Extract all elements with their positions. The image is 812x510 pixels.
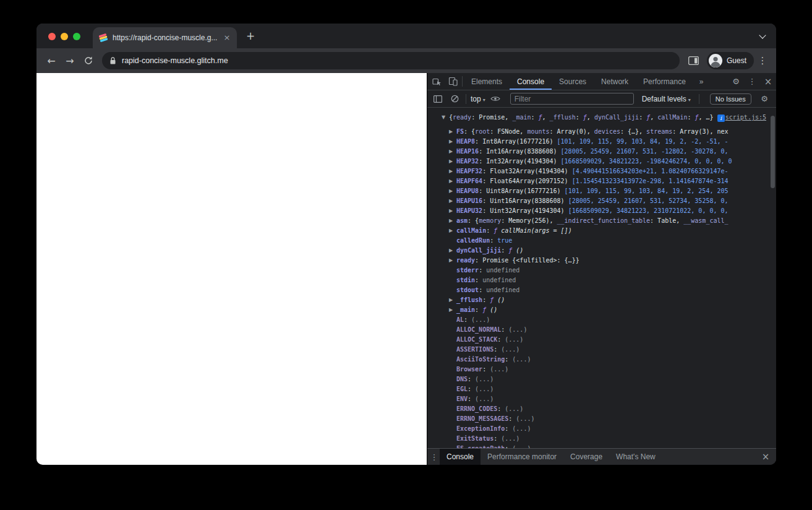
console-token: , [650,114,657,121]
browser-menu-icon[interactable]: ⋮ [755,53,770,68]
lock-icon[interactable] [109,56,116,65]
console-row: AsciiToString: (...) [427,355,769,365]
new-tab-button[interactable]: + [243,28,258,43]
drawer-tab-performance-monitor[interactable]: Performance monitor [481,449,563,465]
collapse-triangle-icon[interactable]: ▼ [442,113,449,123]
console-row[interactable]: ▶HEAPU8: Uint8Array(16777216) [101, 109,… [427,186,769,196]
tab-search-chevron-icon[interactable] [759,32,766,38]
console-token[interactable]: (...) [508,326,527,333]
console-token[interactable]: (...) [490,366,508,373]
drawer-close-icon[interactable]: × [759,451,772,462]
profile-button[interactable]: Guest [707,52,754,69]
expand-triangle-icon[interactable]: ▶ [449,216,456,226]
drawer-tab-console[interactable]: Console [440,449,481,465]
console-row[interactable]: ▶callMain: ƒ callMain(args = []) [427,226,769,236]
console-row[interactable]: ▶HEAP16: Int16Array(8388608) [28005, 254… [427,147,769,157]
filter-input[interactable] [510,93,634,105]
console-token[interactable]: (...) [471,316,490,323]
drawer-menu-icon[interactable]: ⋮ [429,452,440,462]
expand-triangle-icon[interactable]: ▶ [449,186,456,196]
console-row[interactable]: ▶ready: Promise {<fulfilled>: {…}} [427,256,769,266]
console-row[interactable]: ▶HEAPU16: Uint16Array(8388608) [28005, 2… [427,196,769,206]
expand-triangle-icon[interactable]: ▶ [449,295,456,305]
expand-triangle-icon[interactable]: ▶ [449,157,456,166]
console-row[interactable]: ▶asm: {memory: Memory(256), __indirect_f… [427,216,769,226]
console-token[interactable]: (...) [512,356,531,363]
devtools-tab-performance[interactable]: Performance [636,73,693,90]
live-expression-eye-icon[interactable] [489,93,502,105]
devtools-tab-network[interactable]: Network [594,73,636,90]
console-source-link[interactable]: script.js:5 [725,113,766,123]
expand-triangle-icon[interactable]: ▶ [449,127,456,137]
traffic-light-close[interactable] [48,33,56,40]
console-token[interactable]: (...) [516,415,534,422]
expand-triangle-icon[interactable]: ▶ [449,176,456,186]
console-row[interactable]: ▶HEAPF32: Float32Array(4194304) [4.49044… [427,166,769,176]
no-issues-badge[interactable]: No Issues [710,93,751,105]
console-token: [1668509029, 34821223, 2310721022, 0, 0,… [568,207,729,214]
console-row[interactable]: ▶_main: ƒ () [427,305,769,315]
console-token: HEAPU32 [456,207,482,214]
console-row[interactable]: ▶dynCall_jiji: ƒ () [427,246,769,256]
expand-triangle-icon[interactable]: ▶ [449,305,456,315]
console-token[interactable]: (...) [475,376,494,382]
device-toolbar-icon[interactable] [445,73,461,90]
context-selector[interactable]: top▾ [471,95,485,103]
expand-triangle-icon[interactable]: ▶ [449,137,456,147]
devtools-close-icon[interactable]: × [760,76,776,87]
console-token: : [497,405,505,412]
devtools-menu-icon[interactable]: ⋮ [744,77,760,86]
console-row: AL: (...) [427,315,769,325]
console-token[interactable]: (...) [475,386,494,392]
console-token[interactable]: (...) [475,395,494,402]
console-token: ExceptionInfo [456,425,505,432]
traffic-light-minimize[interactable] [61,33,68,40]
console-sidebar-icon[interactable] [431,93,445,105]
inspect-element-icon[interactable] [429,73,445,90]
console-row[interactable]: ▶HEAP32: Int32Array(4194304) [1668509029… [427,157,769,166]
console-row[interactable]: ▶_fflush: ƒ () [427,295,769,305]
side-panel-icon[interactable] [685,52,703,69]
traffic-light-zoom[interactable] [73,33,80,40]
expand-triangle-icon[interactable]: ▶ [449,256,456,266]
devtools-settings-gear-icon[interactable]: ⚙ [728,77,744,86]
console-token[interactable]: (...) [505,336,523,343]
console-token[interactable]: (...) [505,405,523,412]
expand-triangle-icon[interactable]: ▶ [449,246,456,256]
expand-triangle-icon[interactable]: ▶ [449,166,456,176]
console-token[interactable]: (...) [512,445,531,448]
log-levels-dropdown[interactable]: Default levels▾ [642,95,691,103]
clear-console-icon[interactable] [448,93,461,105]
expand-triangle-icon[interactable]: ▶ [449,196,456,206]
expand-triangle-icon[interactable]: ▶ [449,147,456,157]
console-token[interactable]: (...) [501,435,519,442]
forward-button[interactable]: → [61,52,79,69]
devtools-tab-sources[interactable]: Sources [552,73,594,90]
console-row[interactable]: ▶HEAP8: Int8Array(16777216) [101, 109, 1… [427,137,769,147]
address-bar[interactable]: rapid-concise-muscle.glitch.me [102,52,680,69]
console-scrollbar-thumb[interactable] [771,116,775,188]
page-content [36,73,427,465]
more-tabs-icon[interactable]: » [693,73,710,90]
drawer-tab-whats-new[interactable]: What's New [609,449,662,465]
console-row[interactable]: ▶HEAPU32: Uint32Array(4194304) [16685090… [427,206,769,216]
console-token: [1668509029, 34821223, -1984246274, 0, 0… [561,158,732,165]
browser-tab[interactable]: https://rapid-concise-muscle.g... × [93,27,237,48]
reload-button[interactable] [80,52,97,69]
console-token: stdin [456,277,475,283]
back-button[interactable]: ← [43,52,60,69]
devtools-tab-elements[interactable]: Elements [464,73,510,90]
expand-triangle-icon[interactable]: ▶ [449,226,456,236]
console-token: __indirect_function_table [557,217,651,224]
tab-close-icon[interactable]: × [222,33,232,43]
drawer-tab-coverage[interactable]: Coverage [563,449,609,465]
devtools-tab-console[interactable]: Console [510,73,552,90]
console-token[interactable]: (...) [512,425,531,432]
expand-triangle-icon[interactable]: ▶ [449,206,456,216]
console-row[interactable]: ▶HEAPF64: Float64Array(2097152) [1.15454… [427,176,769,186]
console-row[interactable]: ▶FS: {root: FSNode, mounts: Array(0), de… [427,127,769,137]
console-token[interactable]: (...) [501,346,519,353]
console-row[interactable]: ▼{ready: Promise, _main: ƒ, _fflush: ƒ, … [427,113,769,123]
console-token: memory [479,217,501,224]
console-settings-gear-icon[interactable]: ⚙ [756,94,772,103]
